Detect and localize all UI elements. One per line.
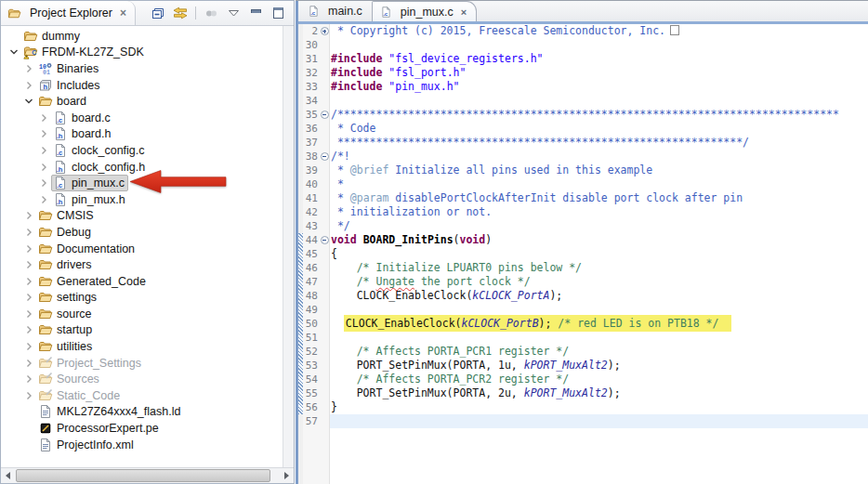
code-line-38[interactable]: 38/*!: [298, 150, 868, 164]
focus-button[interactable]: [203, 5, 219, 21]
code-line-34[interactable]: 34: [298, 94, 868, 108]
tree-item-static-code[interactable]: Static_Code: [1, 387, 283, 404]
tree-item-body[interactable]: .hboard.h: [51, 125, 114, 142]
tree-item-body[interactable]: board: [36, 93, 90, 110]
code-line-30[interactable]: 30: [298, 38, 868, 52]
scrollbar-thumb[interactable]: [16, 469, 270, 482]
tree-item-body[interactable]: Project_Settings: [36, 355, 145, 372]
tree-item-mkl27z64xxx4-flash-ld[interactable]: MKL27Z64xxx4_flash.ld: [1, 404, 283, 421]
chevron-collapsed-icon[interactable]: [21, 391, 36, 400]
code-line-40[interactable]: 40 *: [298, 177, 868, 191]
tree-item-body[interactable]: dummy: [21, 28, 84, 45]
tree-item-source[interactable]: source: [1, 306, 283, 322]
chevron-collapsed-icon[interactable]: [21, 342, 36, 351]
tree-item-body[interactable]: .hpin_mux.h: [51, 191, 129, 208]
tree-item-body[interactable]: ProcessorExpert.pe: [36, 420, 163, 437]
tree-item-body[interactable]: settings: [36, 289, 100, 306]
code-line-33[interactable]: 33#include "pin_mux.h": [298, 80, 868, 94]
tree-item-processorexpert-pe[interactable]: ProcessorExpert.pe: [1, 420, 283, 437]
tree-item-body[interactable]: hIncludes: [36, 77, 104, 94]
folded-region-box[interactable]: [670, 25, 679, 35]
chevron-expanded-icon[interactable]: [7, 47, 21, 57]
editor-tab-pin-mux-c[interactable]: .cpin_mux.c×: [372, 1, 477, 21]
collapse-all-button[interactable]: [150, 5, 166, 21]
chevron-collapsed-icon[interactable]: [21, 293, 36, 302]
fold-collapse-icon[interactable]: [321, 152, 329, 161]
chevron-collapsed-icon[interactable]: [36, 195, 51, 204]
tree-item-clock-config-c[interactable]: .cclock_config.c: [1, 142, 283, 159]
fold-collapse-icon[interactable]: [321, 111, 329, 119]
tree-item-sources[interactable]: Sources: [1, 371, 283, 387]
tree-item-frdm-kl27z-sdk[interactable]: CFRDM-KL27Z_SDK: [1, 45, 283, 61]
code-line-37[interactable]: 37 *************************************…: [298, 136, 868, 150]
code-line-31[interactable]: 31#include "fsl_device_registers.h": [298, 52, 868, 66]
tree-item-includes[interactable]: hIncludes: [1, 77, 283, 94]
tree-item-drivers[interactable]: drivers: [1, 256, 283, 273]
tree-item-body[interactable]: 1001Binaries: [36, 60, 102, 77]
horizontal-scrollbar[interactable]: [1, 467, 294, 483]
tree-item-cmsis[interactable]: CMSIS: [1, 208, 283, 225]
tree-item-body[interactable]: Generated_Code: [36, 273, 150, 290]
code-line-51[interactable]: 51: [298, 331, 868, 345]
tree-item-debug[interactable]: Debug: [1, 224, 283, 241]
chevron-collapsed-icon[interactable]: [21, 64, 36, 73]
chevron-collapsed-icon[interactable]: [36, 113, 51, 123]
code-line-52[interactable]: 52 /* Affects PORTA_PCR1 register */: [298, 345, 868, 359]
scrollbar-track[interactable]: [15, 468, 280, 483]
minimize-button[interactable]: [247, 5, 264, 21]
tree-item-body[interactable]: drivers: [36, 256, 96, 273]
tree-item-projectinfo-xml[interactable]: ProjectInfo.xml: [1, 437, 283, 453]
tree-item-dummy[interactable]: dummy: [1, 28, 283, 45]
tree-item-binaries[interactable]: 1001Binaries: [1, 60, 283, 77]
tree-item-body[interactable]: .cpin_mux.c: [51, 175, 128, 191]
code-line-32[interactable]: 32#include "fsl_port.h": [298, 66, 868, 80]
code-line-39[interactable]: 39 * @brief Initialize all pins used in …: [298, 164, 868, 177]
code-line-43[interactable]: 43 */: [298, 219, 868, 233]
chevron-collapsed-icon[interactable]: [21, 228, 36, 237]
chevron-collapsed-icon[interactable]: [36, 129, 51, 138]
chevron-collapsed-icon[interactable]: [36, 163, 51, 172]
view-menu-button[interactable]: [225, 5, 242, 21]
code-editor[interactable]: 2 * Copyright (c) 2015, Freescale Semico…: [298, 24, 868, 484]
fold-collapse-icon[interactable]: [321, 236, 329, 244]
tree-item-documentation[interactable]: Documentation: [1, 241, 283, 257]
link-with-editor-button[interactable]: [172, 5, 189, 21]
tree-item-body[interactable]: MKL27Z64xxx4_flash.ld: [36, 403, 184, 420]
code-line-45[interactable]: 45{: [298, 247, 868, 261]
tree-item-body[interactable]: .cboard.c: [51, 110, 114, 126]
code-line-35[interactable]: 35/*************************************…: [298, 108, 868, 122]
tree-item-board-h[interactable]: .hboard.h: [1, 126, 283, 143]
code-line-50[interactable]: 50 CLOCK_EnableClock(kCLOCK_PortB); /* r…: [298, 317, 868, 331]
tree-item-body[interactable]: Documentation: [36, 241, 138, 257]
tree-item-body[interactable]: Sources: [36, 371, 103, 387]
code-line-36[interactable]: 36 * Code: [298, 122, 868, 136]
chevron-expanded-icon[interactable]: [21, 97, 36, 106]
code-line-53[interactable]: 53 PORT_SetPinMux(PORTA, 1u, kPORT_MuxAl…: [298, 359, 868, 373]
maximize-button[interactable]: [270, 5, 286, 21]
tree-item-body[interactable]: ProjectInfo.xml: [36, 437, 138, 453]
code-line-48[interactable]: 48 CLOCK_EnableClock(kCLOCK_PortA);: [298, 289, 868, 303]
chevron-collapsed-icon[interactable]: [21, 277, 36, 286]
tree-item-utilities[interactable]: utilities: [1, 338, 283, 355]
chevron-collapsed-icon[interactable]: [21, 325, 36, 334]
editor-filler[interactable]: [298, 428, 868, 484]
chevron-collapsed-icon[interactable]: [21, 359, 36, 368]
panel-close-icon[interactable]: ×: [120, 7, 126, 19]
tree-item-body[interactable]: Static_Code: [36, 387, 124, 404]
chevron-collapsed-icon[interactable]: [21, 244, 36, 254]
chevron-collapsed-icon[interactable]: [21, 309, 36, 319]
code-line-46[interactable]: 46 /* Initialize LPUART0 pins below */: [298, 261, 868, 275]
code-line-41[interactable]: 41 * @param disablePortClockAfterInit di…: [298, 191, 868, 205]
vertical-scrollbar[interactable]: [283, 26, 294, 467]
tab-close-icon[interactable]: ×: [461, 7, 467, 18]
tree-item-settings[interactable]: settings: [1, 290, 283, 307]
editor-tab-main-c[interactable]: .cmain.c: [300, 1, 372, 21]
chevron-collapsed-icon[interactable]: [21, 81, 36, 90]
code-line-2[interactable]: 2 * Copyright (c) 2015, Freescale Semico…: [298, 24, 868, 38]
tree-item-board[interactable]: board: [1, 93, 283, 110]
tree-item-body[interactable]: startup: [36, 321, 96, 338]
code-line-56[interactable]: 56}: [298, 400, 868, 414]
tree-item-generated-code[interactable]: Generated_Code: [1, 273, 283, 290]
code-line-57[interactable]: 57: [298, 414, 868, 428]
scroll-left-button[interactable]: [1, 468, 15, 483]
